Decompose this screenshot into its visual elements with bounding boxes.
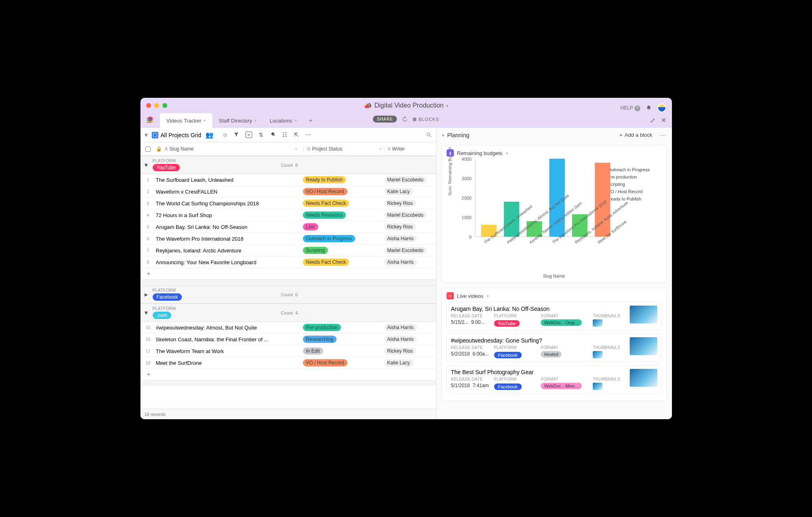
row-height-button[interactable]: ☷ xyxy=(282,131,287,138)
expand-button[interactable]: ⤢ xyxy=(650,116,655,124)
cell-writer[interactable]: Mariel Escobedo xyxy=(384,247,436,254)
select-all-checkbox[interactable] xyxy=(145,146,151,152)
platform-chip: YouTube xyxy=(494,320,520,327)
collapse-caret-icon[interactable]: ▾ xyxy=(442,133,444,138)
column-writer[interactable]: ≡ Writer xyxy=(384,146,436,152)
cell-writer[interactable]: Rickey Rios xyxy=(384,223,436,230)
table-row[interactable]: 1 The Surfboard Leash, Unleashed Ready t… xyxy=(140,174,436,186)
cell-slug-name[interactable]: Meet the SurfDrone xyxy=(156,360,303,366)
cell-slug-name[interactable]: Waveform x CrestFALLEN xyxy=(156,189,303,195)
table-row[interactable]: 2 Waveform x CrestFALLEN VO / Host Recor… xyxy=(140,186,436,198)
cell-slug-name[interactable]: Arugam Bay, Sri Lanka: No Off-Season xyxy=(156,224,303,230)
view-switcher[interactable]: All Projects Grid xyxy=(152,132,201,138)
table-row[interactable]: 15 #wipeoutwednesday: Almost, But Not Qu… xyxy=(140,322,436,334)
user-avatar[interactable] xyxy=(657,103,666,112)
cell-project-status[interactable]: Outreach in Progress xyxy=(303,235,384,242)
group-header[interactable]: ▾ PLATFORM .com Count 4 xyxy=(140,304,436,322)
cell-slug-name[interactable]: Announcing: Your New Favorite Longboard xyxy=(156,259,303,265)
cell-slug-name[interactable]: Skeleton Coast, Namibia: the Final Front… xyxy=(156,336,303,343)
more-button[interactable]: ⋯ xyxy=(305,131,311,138)
table-row[interactable]: 17 The Waveform Team at Work In Edit Ric… xyxy=(140,345,436,357)
table-row[interactable]: 16 Skeleton Coast, Namibia: the Final Fr… xyxy=(140,334,436,345)
share-view-button[interactable]: ⇱ xyxy=(294,131,299,138)
table-tab[interactable]: Staff Directory▾ xyxy=(212,113,263,128)
table-row[interactable]: 3 The World Cat Surfing Championships 20… xyxy=(140,198,436,209)
chevron-down-icon[interactable]: ▾ xyxy=(506,151,508,155)
hide-fields-button[interactable]: ⦸ xyxy=(223,131,227,138)
column-slug-name[interactable]: A Slug Name▾ xyxy=(165,146,303,152)
add-row-button[interactable]: ＋ xyxy=(140,369,436,380)
cell-project-status[interactable]: Pre-production xyxy=(303,324,384,331)
cell-slug-name[interactable]: 72 Hours in a Surf Shop xyxy=(156,212,303,218)
chart-block-title[interactable]: Remaining budgets xyxy=(457,150,503,156)
row-number: 7 xyxy=(140,248,156,253)
add-block-button[interactable]: ＋ Add a block xyxy=(618,131,652,139)
cell-project-status[interactable]: VO / Host Record xyxy=(303,359,384,366)
cell-writer[interactable]: Aisha Harris xyxy=(384,235,436,242)
search-button[interactable] xyxy=(426,132,432,138)
view-menu-caret-icon[interactable]: ▾ xyxy=(145,131,148,139)
column-project-status[interactable]: ⊙ Project Status▾ xyxy=(303,146,384,152)
menu-button[interactable]: ☰ xyxy=(146,116,152,124)
cell-writer[interactable]: Mariel Escobedo xyxy=(384,211,436,219)
cell-writer[interactable]: Mariel Escobedo xyxy=(384,176,436,183)
cell-project-status[interactable]: Researching xyxy=(303,336,384,343)
collaborators-button[interactable]: 👥 xyxy=(205,131,214,139)
table-row[interactable]: 7 Reykjanes, Iceland: Arctic Adventure S… xyxy=(140,245,436,256)
cell-writer[interactable]: Aisha Harris xyxy=(384,336,436,343)
cell-writer[interactable]: Rickey Rios xyxy=(384,347,436,355)
add-table-button[interactable]: ＋ xyxy=(303,113,318,128)
add-row-button[interactable]: ＋ xyxy=(140,268,436,280)
live-video-card[interactable]: The Best Surf Photography Gear RELEASE D… xyxy=(447,365,662,394)
cell-slug-name[interactable]: Reykjanes, Iceland: Arctic Adventure xyxy=(156,248,303,254)
table-row[interactable]: 18 Meet the SurfDrone VO / Host Record K… xyxy=(140,357,436,369)
cell-project-status[interactable]: Scripting xyxy=(303,247,384,254)
chevron-down-icon[interactable]: ▾ xyxy=(487,294,489,298)
help-button[interactable]: HELP ? xyxy=(620,105,640,111)
cell-slug-name[interactable]: The Waveform Team at Work xyxy=(156,348,303,354)
cell-writer[interactable]: Rickey Rios xyxy=(384,200,436,207)
notifications-button[interactable] xyxy=(646,105,652,111)
records-scroll-area[interactable]: ▾ PLATFORM YouTube Count 81 The Surfboar… xyxy=(140,156,436,409)
cell-writer[interactable]: Aisha Harris xyxy=(384,324,436,331)
group-header[interactable]: ▸ PLATFORM Facebook Count 6 xyxy=(140,285,436,304)
cell-slug-name[interactable]: The World Cat Surfing Championships 2018 xyxy=(156,200,303,207)
cell-project-status[interactable]: In Edit xyxy=(303,347,384,355)
history-button[interactable] xyxy=(402,116,408,122)
share-button[interactable]: SHARE xyxy=(373,116,397,123)
table-tab[interactable]: Videos Tracker▾ xyxy=(160,113,212,128)
cell-project-status[interactable]: Ready to Publish xyxy=(303,176,384,183)
table-row[interactable]: 5 Arugam Bay, Sri Lanka: No Off-Season L… xyxy=(140,221,436,233)
live-videos-block: ≡ Live videos ▾ Arugam Bay, Sri Lanka: N… xyxy=(441,288,667,401)
sort-button[interactable]: ⇅ xyxy=(259,131,263,138)
blocks-button[interactable]: ▦BLOCKS xyxy=(412,116,439,122)
cell-slug-name[interactable]: The Waveform Pro International 2018 xyxy=(156,236,303,242)
live-video-card[interactable]: #wipeoutwednesday: Gone Surfing? RELEASE… xyxy=(447,334,662,362)
cell-project-status[interactable]: Needs Fact Check xyxy=(303,258,384,266)
filter-icon xyxy=(233,131,239,137)
table-tab[interactable]: Locations▾ xyxy=(263,113,303,128)
cell-slug-name[interactable]: #wipeoutwednesday: Almost, But Not Quite xyxy=(156,325,303,331)
dashboard-more-button[interactable]: ⋯ xyxy=(660,131,666,139)
filter-button[interactable] xyxy=(233,131,239,138)
color-button[interactable] xyxy=(270,131,276,138)
dashboard-name[interactable]: Planning xyxy=(447,132,470,138)
cell-slug-name[interactable]: The Surfboard Leash, Unleashed xyxy=(156,177,303,183)
cell-project-status[interactable]: Needs Revisions xyxy=(303,211,384,219)
table-row[interactable]: 8 Announcing: Your New Favorite Longboar… xyxy=(140,256,436,268)
table-row[interactable]: 4 72 Hours in a Surf Shop Needs Revision… xyxy=(140,209,436,221)
cell-project-status[interactable]: Needs Fact Check xyxy=(303,200,384,207)
list-icon: ≡ xyxy=(447,292,454,299)
group-button[interactable]: ≡ xyxy=(246,131,252,138)
cell-writer[interactable]: Katie Lacy xyxy=(384,188,436,195)
group-header[interactable]: ▾ PLATFORM YouTube Count 8 xyxy=(140,156,436,174)
cell-writer[interactable]: Katie Lacy xyxy=(384,359,436,366)
table-row[interactable]: 6 The Waveform Pro International 2018 Ou… xyxy=(140,233,436,245)
close-panel-button[interactable]: ✕ xyxy=(661,116,666,124)
cell-writer[interactable]: Aisha Harris xyxy=(384,258,436,266)
cell-project-status[interactable]: VO / Host Record xyxy=(303,188,384,195)
base-title-button[interactable]: 📣 Digital Video Production ▾ xyxy=(364,102,448,110)
live-video-card[interactable]: Arugam Bay, Sri Lanka: No Off-Season REL… xyxy=(447,302,662,330)
live-videos-title[interactable]: Live videos xyxy=(457,293,484,299)
cell-project-status[interactable]: Live xyxy=(303,223,384,230)
